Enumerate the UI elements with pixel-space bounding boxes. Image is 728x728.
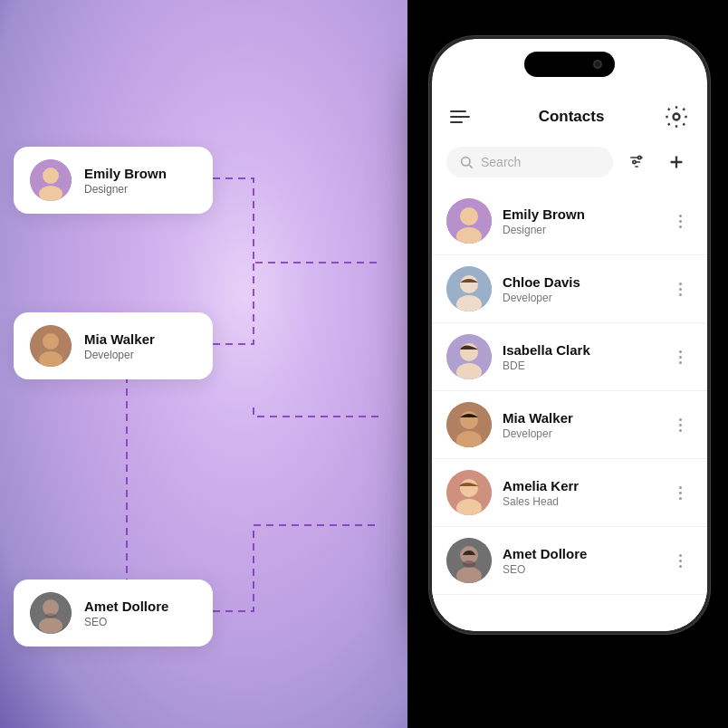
avatar-amet [446, 538, 492, 583]
contact-info-amelia: Amelia Kerr Sales Head [503, 478, 656, 508]
avatar-chloe [446, 266, 492, 311]
camera-dot [593, 60, 602, 69]
contact-item-amet[interactable]: Amet Dollore SEO [432, 527, 707, 595]
avatar-emily [446, 198, 492, 244]
contact-role-chloe: Developer [503, 292, 656, 304]
search-bar[interactable]: Search [446, 147, 613, 177]
contact-name-amet: Amet Dollore [503, 546, 656, 561]
card-mia-info: Mia Walker Developer [84, 331, 155, 361]
contact-item-isabella[interactable]: Isabella Clark BDE [432, 323, 707, 391]
svg-point-9 [45, 613, 56, 618]
contact-info-isabella: Isabella Clark BDE [503, 342, 656, 372]
contact-info-amet: Amet Dollore SEO [503, 546, 656, 576]
contact-list: Emily Brown Designer [432, 187, 707, 595]
more-button-isabella[interactable] [667, 344, 693, 369]
dot [679, 418, 682, 421]
contact-info-emily: Emily Brown Designer [503, 206, 656, 236]
contact-name-emily: Emily Brown [503, 206, 656, 222]
menu-button[interactable] [450, 102, 479, 131]
phone-mockup: Contacts Search [429, 36, 710, 634]
svg-point-17 [633, 160, 636, 163]
card-amet-name: Amet Dollore [84, 599, 168, 614]
dot [679, 215, 682, 217]
add-contact-button[interactable] [660, 146, 693, 178]
contact-info-chloe: Chloe Davis Developer [503, 274, 656, 304]
phone-content: Contacts Search [432, 91, 707, 631]
avatar-mia [446, 402, 492, 447]
dot [679, 429, 682, 432]
settings-button[interactable] [664, 104, 689, 129]
card-mia[interactable]: Mia Walker Developer [14, 312, 213, 379]
more-button-amelia[interactable] [667, 480, 693, 505]
svg-point-33 [460, 479, 478, 497]
svg-point-8 [39, 618, 62, 634]
svg-line-12 [469, 165, 473, 168]
card-emily-role: Designer [84, 183, 167, 196]
svg-point-21 [460, 207, 478, 225]
avatar-isabella [446, 334, 492, 379]
more-button-mia[interactable] [667, 412, 693, 437]
svg-point-24 [460, 275, 478, 293]
more-button-chloe[interactable] [667, 276, 693, 302]
contact-role-amelia: Sales Head [503, 495, 656, 508]
dot [679, 283, 682, 285]
dot [679, 225, 682, 228]
search-icon [459, 155, 474, 169]
more-button-amet[interactable] [667, 548, 693, 573]
dynamic-island [524, 52, 615, 77]
contact-item-emily[interactable]: Emily Brown Designer [432, 187, 707, 255]
contact-item-mia[interactable]: Mia Walker Developer [432, 391, 707, 459]
phone-shell: Contacts Search [429, 36, 710, 634]
contact-role-emily: Designer [503, 224, 656, 236]
contacts-title: Contacts [539, 108, 605, 126]
phone-screen: Contacts Search [432, 39, 707, 631]
search-container: Search [432, 139, 707, 187]
dot [679, 554, 682, 557]
contact-name-isabella: Isabella Clark [503, 342, 656, 358]
dot [679, 356, 682, 359]
dot [679, 565, 682, 568]
card-emily-info: Emily Brown Designer [84, 166, 167, 196]
contact-role-mia: Developer [503, 427, 656, 440]
search-input[interactable]: Search [481, 155, 521, 169]
card-mia-avatar [30, 325, 72, 367]
contact-role-isabella: BDE [503, 359, 656, 372]
dot [679, 497, 682, 500]
phone-header: Contacts [432, 91, 707, 139]
contact-name-chloe: Chloe Davis [503, 274, 656, 290]
card-amet-avatar [30, 592, 72, 634]
dot [679, 424, 682, 426]
contact-info-mia: Mia Walker Developer [503, 410, 656, 440]
svg-point-4 [43, 333, 59, 350]
svg-point-16 [638, 156, 641, 158]
contact-item-amelia[interactable]: Amelia Kerr Sales Head [432, 459, 707, 527]
svg-point-1 [43, 168, 59, 184]
dot [679, 492, 682, 494]
avatar-amelia [446, 470, 492, 515]
menu-line-3 [450, 121, 463, 123]
card-emily-name: Emily Brown [84, 166, 167, 181]
add-icon [666, 152, 686, 172]
card-emily[interactable]: Emily Brown Designer [14, 147, 213, 214]
svg-point-10 [673, 114, 679, 120]
dot [679, 560, 682, 562]
card-emily-avatar [30, 159, 72, 201]
svg-point-38 [463, 560, 475, 568]
contact-name-mia: Mia Walker [503, 410, 656, 426]
contact-role-amet: SEO [503, 563, 656, 576]
filter-button[interactable] [620, 146, 653, 178]
card-amet-role: SEO [84, 616, 168, 628]
dot [679, 220, 682, 223]
contact-item-chloe[interactable]: Chloe Davis Developer [432, 255, 707, 323]
svg-point-11 [462, 158, 470, 166]
dot [679, 293, 682, 296]
card-amet[interactable]: Amet Dollore SEO [14, 580, 213, 647]
card-mia-name: Mia Walker [84, 331, 155, 347]
menu-line-1 [450, 110, 466, 112]
dot [679, 486, 682, 489]
more-button-emily[interactable] [667, 208, 693, 234]
dot [679, 350, 682, 353]
card-amet-info: Amet Dollore SEO [84, 599, 168, 628]
menu-line-2 [450, 116, 470, 118]
filter-icon [627, 153, 646, 171]
